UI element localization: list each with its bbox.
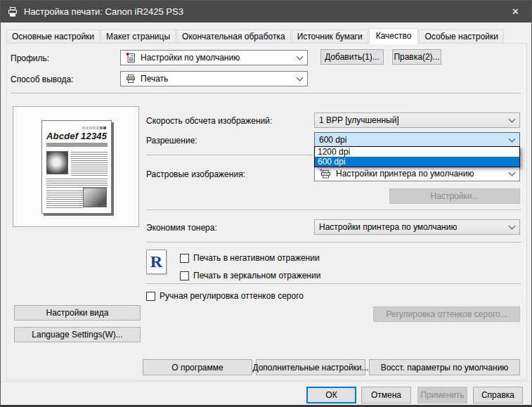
resolution-value: 600 dpi bbox=[319, 135, 346, 145]
profile-label: Профиль: bbox=[11, 53, 49, 63]
preview-flower-image bbox=[46, 151, 68, 174]
printer-icon bbox=[7, 6, 18, 18]
grayscale-settings-button: Регулировка оттенков серого... bbox=[373, 306, 520, 322]
halftones-settings-button: Настройки... bbox=[389, 188, 520, 204]
advanced-settings-button[interactable]: Дополнительные настройки... bbox=[256, 359, 365, 375]
resolution-option-600dpi[interactable]: 600 dpi bbox=[315, 157, 519, 167]
ok-button[interactable]: ОК bbox=[306, 387, 356, 403]
about-button[interactable]: О программе bbox=[143, 359, 252, 375]
help-button[interactable]: Справка bbox=[473, 387, 523, 403]
tab-bar: Основные настройки Макет страницы Оконча… bbox=[6, 28, 505, 44]
window-title: Настройка печати: Canon iR2425 PS3 bbox=[24, 6, 183, 17]
preview-text-lines bbox=[71, 152, 108, 176]
restore-defaults-button[interactable]: Восст. параметры по умолчанию bbox=[369, 359, 520, 375]
output-method-value: Печать bbox=[141, 74, 168, 84]
divider bbox=[11, 93, 521, 93]
profile-icon bbox=[125, 52, 136, 63]
preview-headline: Abcdef 12345 bbox=[46, 131, 108, 141]
toner-save-label: Экономия тонера: bbox=[146, 223, 217, 233]
chevron-down-icon bbox=[297, 53, 304, 60]
negative-print-checkbox-row[interactable]: Печать в негативном отражении bbox=[180, 253, 320, 263]
close-button[interactable]: ✕ bbox=[500, 1, 531, 22]
footer-divider bbox=[1, 381, 531, 382]
output-method-label: Способ вывода: bbox=[11, 75, 74, 84]
output-method-combobox[interactable]: Печать bbox=[120, 71, 308, 86]
apply-button: Применить bbox=[417, 387, 467, 403]
chevron-down-icon bbox=[509, 169, 516, 176]
add-profile-button[interactable]: Добавить(1)... bbox=[320, 49, 384, 65]
profile-value: Настройки по умолчанию bbox=[141, 53, 240, 63]
image-refinement-combobox[interactable]: 1 BPP [улучшенный] bbox=[314, 112, 520, 128]
checkbox-unchecked[interactable] bbox=[180, 254, 189, 263]
preview-panel: Abcdef 12345 bbox=[13, 106, 139, 227]
preview-text-lines bbox=[46, 190, 83, 209]
title-bar: Настройка печати: Canon iR2425 PS3 ✕ bbox=[1, 1, 531, 22]
preview-cubes-image bbox=[83, 188, 107, 207]
chevron-down-icon bbox=[509, 223, 516, 230]
resolution-combobox[interactable]: 600 dpi bbox=[314, 132, 520, 147]
resolution-label: Разрешение: bbox=[146, 136, 197, 146]
chevron-down-icon bbox=[297, 75, 304, 82]
toner-save-combobox[interactable]: Настройки принтера по умолчанию bbox=[314, 219, 520, 235]
grayscale-adjust-label: Ручная регулировка оттенков серого bbox=[160, 291, 304, 301]
halftones-value: Настройки принтера по умолчанию bbox=[336, 169, 474, 179]
cancel-button[interactable]: Отмена bbox=[361, 387, 411, 403]
tab-page-layout[interactable]: Макет страницы bbox=[100, 30, 176, 44]
letter-r-glyph: R bbox=[150, 252, 162, 271]
preview-page: Abcdef 12345 bbox=[41, 120, 112, 214]
tab-paper-source[interactable]: Источник бумаги bbox=[292, 30, 368, 44]
grayscale-adjust-checkbox-row[interactable]: Ручная регулировка оттенков серого bbox=[146, 291, 304, 301]
tab-finishing[interactable]: Окончательная обработка bbox=[176, 30, 291, 44]
mirror-print-checkbox-row[interactable]: Печать в зеркальном отражении bbox=[180, 271, 320, 280]
negative-print-label: Печать в негативном отражении bbox=[193, 253, 320, 263]
halftones-label: Растровые изображения: bbox=[146, 169, 245, 179]
resolution-option-1200dpi[interactable]: 1200 dpi bbox=[315, 147, 519, 157]
profile-combobox[interactable]: Настройки по умолчанию bbox=[120, 50, 308, 65]
divider bbox=[146, 209, 521, 210]
preview-text-lines bbox=[46, 179, 108, 188]
checkbox-unchecked[interactable] bbox=[146, 292, 155, 301]
toner-save-value: Настройки принтера по умолчанию bbox=[319, 222, 457, 232]
print-icon bbox=[125, 73, 136, 84]
printer-sparkle-icon bbox=[319, 168, 332, 179]
divider bbox=[146, 242, 521, 243]
tab-quality[interactable]: Качество bbox=[369, 28, 419, 44]
edit-profile-button[interactable]: Правка(2)... bbox=[392, 49, 441, 65]
tab-basic-settings[interactable]: Основные настройки bbox=[6, 30, 100, 44]
print-preferences-dialog: Настройка печати: Canon iR2425 PS3 ✕ Осн… bbox=[0, 0, 532, 407]
chevron-down-icon bbox=[509, 116, 516, 123]
letter-r-icon: R bbox=[146, 250, 167, 274]
view-settings-button[interactable]: Настройки вида bbox=[14, 305, 141, 321]
halftones-combobox[interactable]: Настройки принтера по умолчанию bbox=[314, 166, 520, 181]
image-refinement-label: Скорость обсчета изображений: bbox=[146, 116, 272, 126]
image-refinement-value: 1 BPP [улучшенный] bbox=[319, 115, 399, 125]
preview-color-squares bbox=[82, 127, 106, 129]
language-settings-button[interactable]: Language Settings(W)... bbox=[14, 327, 141, 342]
preview-subtitle-bar bbox=[46, 143, 108, 147]
tab-special-settings[interactable]: Особые настройки bbox=[419, 30, 503, 44]
resolution-dropdown-list: 1200 dpi 600 dpi bbox=[314, 146, 520, 167]
mirror-print-label: Печать в зеркальном отражении bbox=[193, 271, 320, 280]
divider bbox=[146, 283, 521, 284]
chevron-down-icon bbox=[509, 135, 516, 142]
checkbox-unchecked[interactable] bbox=[180, 271, 189, 280]
